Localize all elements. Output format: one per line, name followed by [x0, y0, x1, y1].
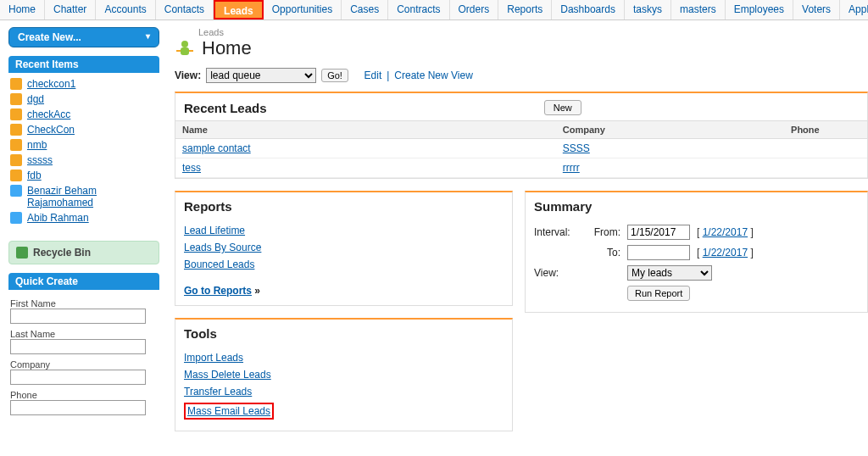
recycle-bin-link[interactable]: Recycle Bin: [8, 241, 159, 264]
recent-items-list: checkcon1dgdcheckAccCheckConnmbsssssfdbB…: [8, 73, 159, 229]
nav-taskys[interactable]: taskys: [625, 0, 671, 19]
nav-opportunities[interactable]: Opportunities: [264, 0, 342, 19]
to-date-input[interactable]: [627, 245, 690, 260]
page-title: Home: [202, 37, 252, 59]
qc-label-last-name: Last Name: [10, 329, 158, 339]
table-row: sample contactSSSS: [175, 139, 867, 158]
svg-point-0: [181, 41, 188, 47]
nav-contracts[interactable]: Contracts: [388, 0, 449, 19]
nav-orders[interactable]: Orders: [450, 0, 499, 19]
tool-link-mass-delete-leads[interactable]: Mass Delete Leads: [184, 369, 271, 381]
summary-card: Summary Interval: From: [ 1/22/2017 ] To…: [525, 191, 868, 313]
reports-title: Reports: [184, 199, 232, 214]
nav-contacts[interactable]: Contacts: [156, 0, 214, 19]
recent-item: sssss: [10, 153, 158, 168]
view-select[interactable]: lead queue: [206, 68, 316, 83]
tools-title: Tools: [184, 326, 217, 341]
col-company[interactable]: Company: [556, 121, 784, 139]
recent-item: checkAcc: [10, 107, 158, 122]
col-phone[interactable]: Phone: [784, 121, 867, 139]
recent-item-link[interactable]: fdb: [27, 170, 42, 181]
nav-reports[interactable]: Reports: [498, 0, 552, 19]
qc-input-phone[interactable]: [10, 400, 146, 415]
recent-item: Abib Rahman: [10, 210, 158, 225]
top-nav: HomeChatterAccountsContactsLeadsOpportun…: [0, 0, 868, 20]
qc-label-phone: Phone: [10, 390, 158, 400]
svg-rect-1: [181, 47, 189, 55]
tools-card: Tools Import LeadsMass Delete LeadsTrans…: [175, 318, 513, 431]
recent-item-link[interactable]: Abib Rahman: [27, 212, 89, 224]
svg-rect-2: [176, 50, 181, 52]
recent-item-link[interactable]: dgd: [27, 93, 44, 105]
create-new-view-link[interactable]: Create New View: [394, 70, 472, 81]
recent-item-link[interactable]: Benazir Beham Rajamohamed: [27, 185, 158, 209]
nav-employees[interactable]: Employees: [726, 0, 793, 19]
nav-chatter[interactable]: Chatter: [45, 0, 96, 19]
qc-input-first-name[interactable]: [10, 309, 146, 324]
qc-input-last-name[interactable]: [10, 339, 146, 354]
qc-input-company[interactable]: [10, 370, 146, 385]
tool-link-transfer-leads[interactable]: Transfer Leads: [184, 386, 252, 398]
nav-home[interactable]: Home: [0, 0, 45, 19]
col-name[interactable]: Name: [175, 121, 556, 139]
recent-item: dgd: [10, 92, 158, 107]
qc-label-first-name: First Name: [10, 298, 158, 309]
nav-applicant[interactable]: Applicant: [840, 0, 868, 19]
recent-leads-title: Recent Leads: [184, 101, 267, 115]
run-report-button[interactable]: Run Report: [627, 286, 690, 301]
view-selector-row: View: lead queue Go! Edit | Create New V…: [175, 68, 868, 83]
lead-name-link[interactable]: sample contact: [182, 142, 251, 154]
quick-create-header: Quick Create: [8, 273, 159, 290]
recent-item-link[interactable]: sssss: [27, 154, 53, 166]
interval-label: Interval:: [534, 226, 580, 238]
new-lead-button[interactable]: New: [544, 100, 581, 115]
report-link[interactable]: Bounced Leads: [184, 259, 254, 270]
go-button[interactable]: Go!: [321, 69, 348, 82]
nav-leads[interactable]: Leads: [214, 0, 264, 19]
recent-item-link[interactable]: nmb: [27, 139, 47, 151]
lead-phone: [784, 139, 867, 158]
quick-create-form: First NameLast NameCompanyPhone: [8, 290, 159, 419]
summary-title: Summary: [534, 199, 592, 214]
lead-phone: [784, 158, 867, 178]
lead-name-link[interactable]: tess: [182, 162, 201, 174]
reports-card: Reports Lead LifetimeLeads By SourceBoun…: [175, 191, 513, 306]
go-to-reports-link[interactable]: Go to Reports: [184, 285, 252, 297]
summary-view-label: View:: [534, 267, 580, 279]
report-link[interactable]: Leads By Source: [184, 242, 261, 253]
recent-item: fdb: [10, 168, 158, 183]
person-icon: [10, 212, 22, 224]
to-date-today-link[interactable]: 1/22/2017: [703, 247, 748, 259]
record-icon: [10, 154, 22, 166]
nav-accounts[interactable]: Accounts: [96, 0, 155, 19]
record-icon: [10, 93, 22, 105]
recent-item: Benazir Beham Rajamohamed: [10, 183, 158, 210]
leads-home-icon: [175, 38, 195, 58]
breadcrumb: Leads: [198, 27, 868, 37]
recent-item-link[interactable]: checkAcc: [27, 108, 70, 120]
record-icon: [10, 124, 22, 136]
recent-item-link[interactable]: checkcon1: [27, 78, 75, 90]
qc-label-company: Company: [10, 359, 158, 370]
nav-cases[interactable]: Cases: [342, 0, 388, 19]
recent-item: nmb: [10, 137, 158, 153]
svg-rect-3: [189, 50, 193, 52]
tool-link-mass-email-leads[interactable]: Mass Email Leads: [184, 403, 274, 420]
from-label: From:: [587, 226, 620, 238]
person-icon: [10, 185, 22, 197]
tool-link-import-leads[interactable]: Import Leads: [184, 352, 243, 364]
from-date-input[interactable]: [627, 225, 690, 240]
create-new-button[interactable]: Create New...: [8, 27, 159, 47]
report-link[interactable]: Lead Lifetime: [184, 225, 245, 236]
nav-voters[interactable]: Voters: [793, 0, 840, 19]
from-date-today-link[interactable]: 1/22/2017: [703, 226, 748, 238]
recent-item-link[interactable]: CheckCon: [27, 124, 75, 136]
nav-dashboards[interactable]: Dashboards: [552, 0, 625, 19]
lead-company-link[interactable]: rrrrr: [563, 162, 580, 174]
summary-view-select[interactable]: My leads: [627, 265, 712, 281]
edit-view-link[interactable]: Edit: [364, 70, 382, 81]
record-icon: [10, 78, 22, 90]
lead-company-link[interactable]: SSSS: [563, 142, 590, 154]
recent-leads-card: Recent Leads New Name Company Phone samp…: [175, 92, 868, 179]
nav-masters[interactable]: masters: [671, 0, 726, 19]
